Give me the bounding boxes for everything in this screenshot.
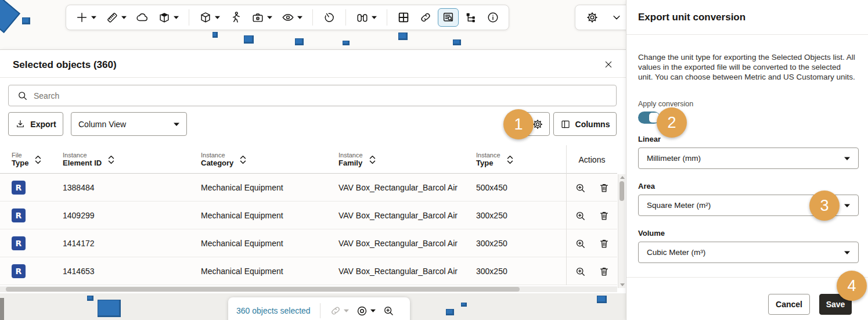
export-label: Export <box>30 120 56 129</box>
zoom-to-object-button[interactable] <box>575 182 586 193</box>
toolbar-separator <box>345 9 346 26</box>
delete-object-button[interactable] <box>599 266 610 277</box>
model-tree-button[interactable] <box>461 9 481 26</box>
model-object[interactable] <box>446 309 454 315</box>
table-row[interactable]: R 1409299 Mechanical Equipment VAV Box_R… <box>0 202 617 229</box>
cloud-markup-button[interactable] <box>132 9 152 26</box>
table-row[interactable]: R 1388484 Mechanical Equipment VAV Box_R… <box>0 174 617 202</box>
export-button[interactable]: Export <box>8 112 63 136</box>
model-object[interactable] <box>244 35 254 44</box>
section-box-button[interactable] <box>154 9 182 26</box>
divider <box>626 277 868 278</box>
toolbar-separator <box>312 9 313 26</box>
volume-select[interactable]: Cubic Meter (m³) <box>638 242 859 263</box>
caret-down-icon <box>174 16 179 19</box>
reset-button[interactable] <box>319 9 339 26</box>
columns-label: Columns <box>575 120 610 129</box>
model-object[interactable] <box>461 303 467 307</box>
trash-icon <box>599 238 610 249</box>
cell-family: VAV Box_Rectangular_Barcol Air <box>338 239 476 248</box>
column-header-file-type[interactable]: FileType <box>12 152 63 167</box>
caret-down-icon <box>174 123 179 126</box>
find-button[interactable] <box>352 9 380 26</box>
camera-eye-icon <box>251 11 264 24</box>
add-button[interactable] <box>72 9 100 26</box>
sort-icon <box>506 155 514 164</box>
model-object[interactable] <box>453 39 461 45</box>
delete-object-button[interactable] <box>599 238 610 249</box>
model-object[interactable] <box>22 17 30 24</box>
selected-objects-panel: Selected objects (360) Export Column Vie… <box>0 49 626 293</box>
zoom-to-selection-button[interactable] <box>383 305 394 317</box>
display-style-button[interactable] <box>196 9 224 26</box>
model-object[interactable] <box>0 0 20 33</box>
model-object[interactable] <box>295 38 304 45</box>
settings-expand-button[interactable] <box>608 10 625 25</box>
annotation-badge-2: 2 <box>657 107 687 138</box>
scroll-up-arrow[interactable] <box>620 176 625 179</box>
visibility-button[interactable] <box>278 9 306 26</box>
cell-element-id: 1409299 <box>63 211 201 220</box>
model-object[interactable] <box>98 300 121 317</box>
gear-icon <box>532 118 543 130</box>
model-object[interactable] <box>597 296 607 303</box>
chevron-down-icon <box>611 12 622 23</box>
delete-object-button[interactable] <box>599 182 610 193</box>
model-object[interactable] <box>398 33 408 40</box>
zoom-in-icon <box>575 210 586 221</box>
zoom-to-object-button[interactable] <box>575 238 586 249</box>
column-header-family[interactable]: InstanceFamily <box>338 152 476 167</box>
column-header-category[interactable]: InstanceCategory <box>201 152 338 167</box>
toolbar-separator <box>189 9 189 26</box>
scroll-down-arrow[interactable] <box>620 283 625 286</box>
zoom-to-object-button[interactable] <box>575 266 586 277</box>
trash-icon <box>599 266 610 277</box>
divider <box>0 77 626 78</box>
caret-down-icon <box>370 309 376 312</box>
model-object[interactable] <box>343 41 350 45</box>
measure-button[interactable] <box>102 9 130 26</box>
zoom-to-object-button[interactable] <box>575 210 586 221</box>
close-icon <box>604 60 613 69</box>
model-object[interactable] <box>87 296 93 301</box>
visibility-selection-button[interactable] <box>356 305 376 317</box>
column-view-dropdown[interactable]: Column View <box>71 112 187 136</box>
panels-button[interactable] <box>394 9 413 26</box>
table-row[interactable]: R 1414172 Mechanical Equipment VAV Box_R… <box>0 229 617 257</box>
model-object[interactable] <box>213 32 218 38</box>
toolbar-separator <box>320 303 320 318</box>
header-line1: File <box>12 152 28 159</box>
cancel-button[interactable]: Cancel <box>768 294 810 315</box>
cell-type: 300x250 <box>476 239 566 248</box>
annotation-badge-3: 3 <box>809 190 840 221</box>
delete-object-button[interactable] <box>599 210 610 221</box>
selected-objects-button[interactable] <box>438 8 459 27</box>
zoom-in-icon <box>383 305 394 317</box>
linear-select[interactable]: Millimeter (mm) <box>638 148 859 169</box>
link-button[interactable] <box>416 9 435 26</box>
caret-down-icon <box>297 16 302 19</box>
columns-button[interactable]: Columns <box>553 112 617 136</box>
column-header-type[interactable]: InstanceType <box>476 152 566 167</box>
first-person-button[interactable] <box>226 9 246 26</box>
section-cube-icon <box>158 11 171 24</box>
link-selection-button[interactable] <box>330 305 349 317</box>
camera-views-button[interactable] <box>248 9 276 26</box>
table-row[interactable]: R 1414653 Mechanical Equipment VAV Box_R… <box>0 257 617 285</box>
column-header-element-id[interactable]: InstanceElement ID <box>63 152 201 167</box>
settings-button[interactable] <box>582 9 602 26</box>
close-button[interactable] <box>602 57 615 71</box>
horizontal-scrollbar[interactable] <box>0 286 617 292</box>
apply-conversion-label: Apply conversion <box>638 100 693 108</box>
horizontal-scroll-thumb[interactable] <box>6 287 520 292</box>
cell-element-id: 1414172 <box>63 239 201 248</box>
vertical-scroll-thumb[interactable] <box>620 181 624 201</box>
info-button[interactable] <box>483 9 503 26</box>
columns-icon <box>560 119 571 130</box>
caret-down-icon <box>372 16 377 19</box>
cell-category: Mechanical Equipment <box>201 239 338 248</box>
panel-description: Change the unit type for exporting the S… <box>638 52 855 82</box>
linear-value: Millimeter (mm) <box>647 154 844 163</box>
search-input[interactable] <box>34 91 616 100</box>
vertical-scrollbar[interactable] <box>618 174 625 288</box>
